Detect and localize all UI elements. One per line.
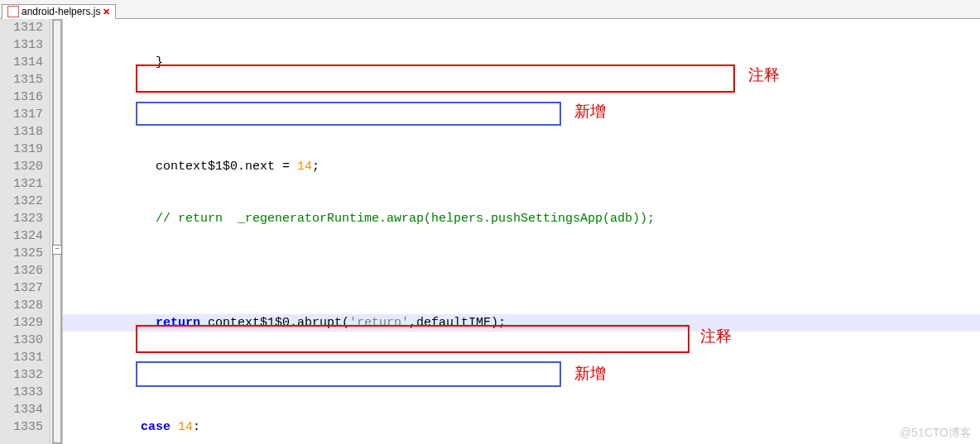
line-number: 1325 (7, 245, 43, 262)
line-number: 1327 (7, 279, 43, 297)
annotation-label: 注释 (748, 66, 780, 84)
watermark: @51CTO博客 (900, 424, 972, 442)
line-number: 1332 (7, 366, 43, 384)
code-line: case 14: (63, 418, 980, 436)
fold-margin: − (50, 19, 63, 444)
line-number: 1322 (7, 193, 43, 210)
line-number: 1319 (7, 141, 43, 158)
line-number: 1331 (7, 349, 43, 366)
line-number: 1321 (7, 175, 43, 193)
fold-toggle[interactable]: − (52, 245, 62, 255)
annotation-label: 新增 (574, 103, 606, 120)
code-line-highlighted: return context$1$0.abrupt('return',defau… (63, 314, 980, 332)
line-number: 1329 (7, 314, 43, 332)
code-line (63, 106, 980, 123)
close-icon[interactable]: ✕ (103, 7, 110, 17)
code-area[interactable]: } context$1$0.next = 14; // return _rege… (63, 19, 980, 444)
line-number: 1324 (7, 227, 43, 245)
line-number: 1326 (7, 262, 43, 279)
annotation-label: 新增 (574, 365, 606, 382)
file-icon (7, 6, 19, 17)
line-number: 1320 (7, 158, 43, 175)
code-line: context$1$0.next = 14; (63, 158, 980, 175)
tab-filename: android-helpers.js (22, 6, 100, 17)
line-number: 1313 (7, 36, 43, 54)
code-line (63, 366, 980, 384)
editor: 1312131313141315131613171318131913201321… (0, 19, 980, 444)
line-number: 1315 (7, 71, 43, 88)
line-number: 1328 (7, 297, 43, 314)
code-line: // return _regeneratorRuntime.awrap(help… (63, 210, 980, 227)
code-line (63, 262, 980, 279)
tab-bar: android-helpers.js ✕ (0, 0, 980, 19)
line-number: 1312 (7, 19, 43, 36)
line-number: 1330 (7, 332, 43, 349)
line-number: 1334 (7, 401, 43, 418)
line-number: 1314 (7, 54, 43, 71)
line-number: 1335 (7, 418, 43, 436)
line-number: 1317 (7, 106, 43, 123)
gutter: 1312131313141315131613171318131913201321… (0, 19, 50, 444)
line-number: 1318 (7, 123, 43, 141)
file-tab[interactable]: android-helpers.js ✕ (2, 4, 116, 19)
line-number: 1316 (7, 88, 43, 106)
line-number: 1333 (7, 384, 43, 401)
line-number: 1323 (7, 210, 43, 227)
code-line: } (63, 54, 980, 71)
annotation-label: 注释 (700, 327, 732, 345)
